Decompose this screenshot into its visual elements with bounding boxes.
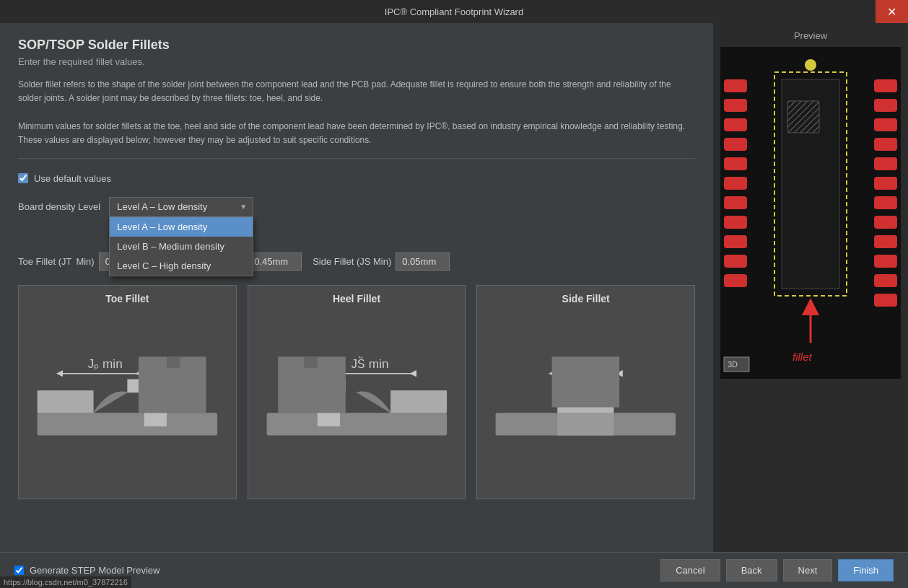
- svg-rect-37: [874, 118, 897, 131]
- side-fillet-svg: Jₛ min: [484, 312, 687, 491]
- svg-text:fillet: fillet: [793, 351, 813, 363]
- toe-fillet-svg: Jₚ min: [26, 312, 229, 491]
- use-default-values-row: Use default values: [18, 173, 695, 184]
- bottom-bar: Generate STEP Model Preview Cancel Back …: [0, 552, 908, 588]
- svg-rect-41: [874, 196, 897, 209]
- svg-text:3D: 3D: [728, 360, 738, 369]
- svg-rect-33: [724, 255, 747, 268]
- next-button[interactable]: Next: [783, 559, 833, 582]
- svg-rect-29: [724, 177, 747, 190]
- svg-rect-2: [38, 413, 217, 435]
- svg-text:JṤ min: JṤ min: [351, 356, 388, 371]
- side-fillet-group: Side Fillet (JS Min): [313, 253, 450, 271]
- titlebar: IPC® Compliant Footprint Wizard ✕: [0, 0, 908, 23]
- page-title: SOP/TSOP Solder Fillets: [18, 38, 695, 53]
- svg-rect-22: [552, 356, 620, 407]
- svg-rect-40: [874, 177, 897, 190]
- svg-rect-26: [724, 118, 747, 131]
- svg-point-49: [805, 59, 816, 71]
- description-text-2: Minimum values for solder fillets at the…: [18, 121, 685, 145]
- svg-rect-11: [390, 390, 447, 413]
- svg-rect-50: [787, 101, 819, 133]
- preview-label: Preview: [794, 30, 827, 41]
- svg-rect-15: [304, 356, 318, 368]
- svg-rect-30: [724, 196, 747, 209]
- board-density-menu: Level A – Low density Level B – Medium d…: [109, 216, 253, 276]
- svg-rect-3: [38, 390, 94, 413]
- svg-rect-21: [558, 413, 614, 435]
- pcb-preview-svg: fillet 3D: [720, 47, 901, 379]
- use-default-values-label: Use default values: [34, 173, 111, 184]
- svg-rect-24: [724, 79, 747, 92]
- svg-rect-45: [874, 274, 897, 287]
- svg-rect-42: [874, 216, 897, 229]
- page-subtitle: Enter the required fillet values.: [18, 56, 695, 67]
- bottom-right: Cancel Back Next Finish: [660, 559, 894, 582]
- generate-step-label: Generate STEP Model Preview: [30, 565, 160, 576]
- density-option-c[interactable]: Level C – High density: [110, 256, 253, 276]
- toe-fillet-title: Toe Fillet: [105, 293, 149, 304]
- finish-button[interactable]: Finish: [838, 559, 894, 582]
- close-button[interactable]: ✕: [876, 0, 908, 23]
- side-fillet-label: Side Fillet (JS Min): [313, 256, 391, 267]
- svg-rect-27: [724, 138, 747, 151]
- svg-rect-44: [874, 255, 897, 268]
- svg-text:Jₚ min: Jₚ min: [88, 356, 123, 371]
- heel-fillet-svg: JṤ min: [256, 312, 458, 491]
- svg-rect-28: [724, 157, 747, 170]
- use-default-values-checkbox[interactable]: [18, 173, 28, 183]
- side-fillet-diagram: Side Fillet Jₛ min: [476, 285, 695, 499]
- svg-rect-46: [874, 294, 897, 307]
- svg-rect-36: [874, 99, 897, 112]
- density-option-a[interactable]: Level A – Low density: [110, 217, 253, 237]
- generate-step-checkbox[interactable]: [14, 566, 24, 575]
- fillet-diagrams: Toe Fillet Jₚ min: [18, 285, 695, 499]
- svg-rect-10: [266, 413, 446, 435]
- board-density-selected: Level A – Low density: [117, 201, 207, 212]
- board-density-dropdown-container: Level A – Low density ▼ Level A – Low de…: [109, 197, 253, 216]
- side-fillet-title: Side Fillet: [562, 293, 610, 304]
- cancel-button[interactable]: Cancel: [660, 559, 720, 582]
- svg-rect-35: [874, 79, 897, 92]
- svg-rect-32: [724, 235, 747, 248]
- url-tooltip: https://blog.csdn.net/m0_37872216: [0, 576, 131, 588]
- density-option-b[interactable]: Level B – Medium density: [110, 237, 253, 256]
- toe-fillet-label: Toe Fillet (JT: [18, 256, 71, 267]
- bottom-left: Generate STEP Model Preview: [14, 565, 160, 576]
- heel-fillet-diagram: Heel Fillet JṤ min: [248, 285, 466, 499]
- right-panel: Preview: [713, 23, 908, 552]
- description: Solder fillet refers to the shape of the…: [18, 78, 695, 159]
- toe-fillet-label2: Min): [76, 256, 94, 267]
- side-fillet-input[interactable]: [396, 253, 450, 271]
- svg-rect-25: [724, 99, 747, 112]
- svg-rect-7: [167, 356, 180, 368]
- svg-rect-31: [724, 216, 747, 229]
- heel-fillet-title: Heel Fillet: [333, 293, 380, 304]
- chevron-down-icon: ▼: [240, 203, 247, 211]
- close-icon: ✕: [887, 5, 896, 19]
- svg-rect-39: [874, 157, 897, 170]
- svg-rect-43: [874, 235, 897, 248]
- back-button[interactable]: Back: [726, 559, 777, 582]
- description-text-1: Solder fillet refers to the shape of the…: [18, 79, 671, 103]
- titlebar-title: IPC® Compliant Footprint Wizard: [385, 6, 523, 17]
- svg-rect-38: [874, 138, 897, 151]
- board-density-label: Board density Level: [18, 197, 100, 212]
- heel-fillet-input[interactable]: [248, 253, 302, 271]
- svg-rect-34: [724, 274, 747, 287]
- main-content: SOP/TSOP Solder Fillets Enter the requir…: [0, 23, 908, 552]
- board-density-row: Board density Level Level A – Low densit…: [18, 197, 695, 216]
- left-panel: SOP/TSOP Solder Fillets Enter the requir…: [0, 23, 713, 552]
- board-density-dropdown[interactable]: Level A – Low density ▼: [109, 197, 253, 216]
- toe-fillet-diagram: Toe Fillet Jₚ min: [18, 285, 237, 499]
- preview-canvas: fillet 3D: [720, 47, 901, 379]
